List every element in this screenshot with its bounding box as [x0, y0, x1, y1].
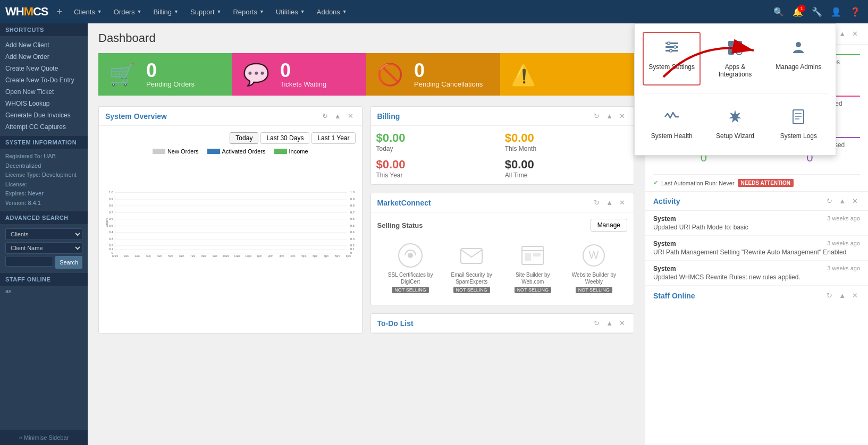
svg-rect-64 — [525, 253, 531, 261]
activity-time-3: 3 weeks ago — [827, 265, 860, 272]
todo-collapse-icon[interactable]: ▲ — [604, 318, 615, 328]
search-input[interactable] — [5, 256, 53, 267]
sidebar-create-new-quote[interactable]: Create New Quote — [0, 63, 88, 74]
search-field-select[interactable]: Client Name — [5, 242, 82, 254]
billing-amounts: $0.00 Today $0.00 This Month $0.00 This … — [371, 126, 634, 184]
nav-addons[interactable]: Addons ▼ — [311, 0, 352, 23]
auto-close-icon[interactable]: ✕ — [850, 29, 860, 39]
manage-admins-icon — [775, 39, 822, 60]
activity-close-icon[interactable]: ✕ — [850, 196, 860, 206]
dropdown-grid: System Settings Apps & Integrations — [643, 32, 828, 147]
nav-reports[interactable]: Reports ▼ — [227, 0, 269, 23]
billing-collapse-icon[interactable]: ▲ — [604, 111, 615, 121]
billing-year-label: This Year — [376, 172, 500, 179]
add-button[interactable]: + — [57, 6, 63, 18]
system-info: Registered To: UAB Decentralized License… — [0, 149, 88, 211]
search-type-select[interactable]: Clients — [5, 228, 82, 240]
dropdown-setup-wizard[interactable]: Setup Wizard — [706, 101, 764, 147]
system-overview-header: System Overview ↻ ▲ ✕ — [99, 107, 362, 126]
sidebar-add-new-client[interactable]: Add New Client — [0, 39, 88, 51]
activity-header: Activity ↻ ▲ ✕ — [645, 191, 868, 211]
stat-card-pending-orders[interactable]: 🛒 0 Pending Orders — [98, 53, 232, 96]
system-overview-body: Today Last 30 Days Last 1 Year New Order… — [99, 126, 362, 294]
sidebar-add-new-order[interactable]: Add New Order — [0, 51, 88, 63]
sidebar-create-todo[interactable]: Create New To-Do Entry — [0, 74, 88, 86]
minimise-sidebar-button[interactable]: « Minimise Sidebar — [0, 430, 88, 445]
activity-refresh-icon[interactable]: ↻ — [824, 196, 835, 206]
nav-utilities[interactable]: Utilities ▼ — [271, 0, 310, 23]
chart-buttons: Today Last 30 Days Last 1 Year — [105, 132, 356, 144]
user-icon[interactable]: 👤 — [829, 5, 844, 19]
dropdown-manage-admins[interactable]: Manage Admins — [770, 32, 828, 85]
dropdown-apps-integrations[interactable]: Apps & Integrations — [706, 32, 764, 85]
activity-item-2: System 3 weeks ago URI Path Management S… — [645, 236, 868, 261]
activity-collapse-icon[interactable]: ▲ — [837, 196, 848, 206]
svg-text:0: 0 — [350, 251, 352, 254]
svg-text:11am: 11am — [234, 255, 240, 258]
help-icon[interactable]: ❓ — [848, 5, 863, 19]
nav-billing[interactable]: Billing ▼ — [148, 0, 184, 23]
staff-refresh-icon[interactable]: ↻ — [824, 290, 835, 301]
system-settings-label: System Settings — [648, 63, 695, 71]
sidebar-open-ticket[interactable]: Open New Ticket — [0, 86, 88, 98]
collapse-icon[interactable]: ▲ — [332, 111, 343, 121]
chart-btn-today[interactable]: Today — [230, 132, 258, 144]
apps-integrations-icon — [711, 39, 759, 60]
todo-close-icon[interactable]: ✕ — [617, 318, 627, 328]
auto-collapse-icon[interactable]: ▲ — [837, 29, 848, 39]
activity-user-2: System — [653, 240, 676, 247]
chart-btn-1year[interactable]: Last 1 Year — [311, 132, 355, 144]
nav-orders[interactable]: Orders ▼ — [108, 0, 147, 23]
sidebar: Shortcuts Add New Client Add New Order C… — [0, 23, 88, 445]
close-icon[interactable]: ✕ — [345, 111, 356, 121]
dropdown-system-logs[interactable]: System Logs — [770, 101, 828, 147]
svg-text:W: W — [589, 249, 599, 261]
nav-clients[interactable]: Clients ▼ — [69, 0, 107, 23]
stat-cards-row: 🛒 0 Pending Orders 💬 0 Tickets Waiting 🚫 — [98, 53, 634, 96]
svg-text:7am: 7am — [190, 255, 195, 258]
market-close-icon[interactable]: ✕ — [617, 198, 627, 208]
dropdown-system-settings[interactable]: System Settings — [643, 32, 701, 85]
billing-close-icon[interactable]: ✕ — [617, 111, 627, 121]
stat-card-tickets[interactable]: 💬 0 Tickets Waiting — [232, 53, 366, 96]
legend-new-orders-label: New Orders — [167, 148, 199, 155]
top-navbar: WHMCS + Clients ▼ Orders ▼ Billing ▼ Sup… — [0, 0, 868, 23]
search-button[interactable]: Search — [55, 256, 82, 269]
market-collapse-icon[interactable]: ▲ — [604, 198, 615, 208]
staff-online-list: as — [0, 286, 88, 296]
todo-refresh-icon[interactable]: ↻ — [592, 318, 602, 328]
sitebuilder-status: NOT SELLING — [515, 287, 551, 293]
search-icon[interactable]: 🔍 — [771, 5, 786, 19]
svg-text:0: 0 — [111, 251, 113, 254]
needs-attention-badge: NEEDS ATTENTION — [738, 179, 794, 187]
svg-text:8am: 8am — [201, 255, 206, 258]
billing-year-amount: $0.00 — [376, 158, 500, 172]
notifications-icon[interactable]: 🔔 1 — [790, 5, 805, 19]
dropdown-system-health[interactable]: System Health — [643, 101, 701, 147]
todo-panel: To-Do List ↻ ▲ ✕ — [370, 313, 635, 333]
stat-card-extra[interactable]: ⚠️ — [500, 53, 634, 96]
chart-btn-30days[interactable]: Last 30 Days — [260, 132, 309, 144]
market-grid: SSL Certificates by DigiCert NOT SELLING… — [377, 237, 628, 298]
shortcuts-section: Add New Client Add New Order Create New … — [0, 36, 88, 136]
settings-icon[interactable]: 🔧 — [810, 5, 824, 19]
pending-orders-label: Pending Orders — [146, 80, 195, 88]
sidebar-whois[interactable]: WHOIS Lookup — [0, 98, 88, 109]
warning-icon: ⚠️ — [511, 62, 537, 87]
nav-support[interactable]: Support ▼ — [185, 0, 226, 23]
sidebar-cc-captures[interactable]: Attempt CC Captures — [0, 121, 88, 133]
activity-text-2: URI Path Management Setting "Rewrite Aut… — [653, 249, 860, 256]
sidebar-generate-invoices[interactable]: Generate Due Invoices — [0, 109, 88, 121]
stat-card-cancellations[interactable]: 🚫 0 Pending Cancellations — [366, 53, 500, 96]
market-refresh-icon[interactable]: ↻ — [592, 198, 602, 208]
market-sitebuilder: Site Builder by Web.com NOT SELLING — [505, 242, 561, 293]
svg-text:0.7: 0.7 — [109, 211, 113, 214]
email-status: NOT SELLING — [453, 287, 490, 293]
refresh-icon[interactable]: ↻ — [320, 111, 330, 121]
svg-point-72 — [673, 46, 676, 48]
staff-collapse-icon[interactable]: ▲ — [837, 290, 848, 301]
staff-close-icon[interactable]: ✕ — [850, 290, 860, 301]
dropdown-separator — [643, 93, 828, 93]
billing-refresh-icon[interactable]: ↻ — [592, 111, 602, 121]
manage-button[interactable]: Manage — [591, 219, 627, 232]
